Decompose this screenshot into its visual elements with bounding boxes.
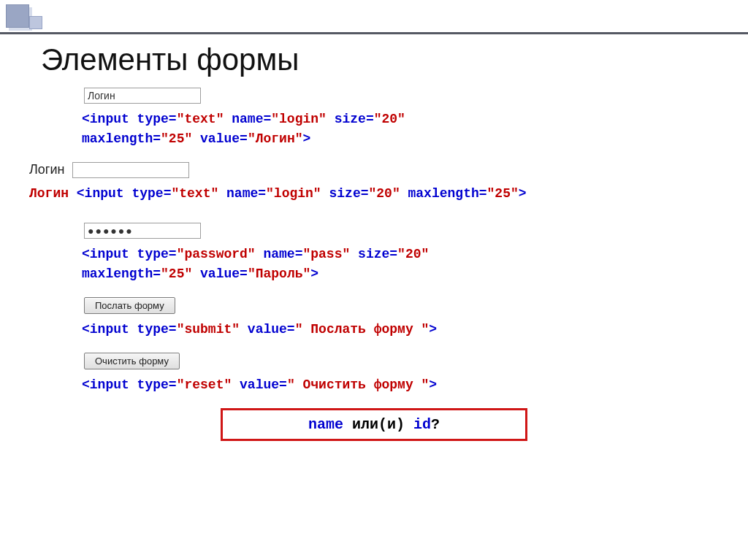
decoration-rule: [0, 32, 748, 34]
decoration-square-large: [6, 4, 29, 28]
question-box: name или(и) id?: [221, 408, 527, 441]
submit-button-sample: Послать форму: [84, 297, 175, 314]
code-input-reset: <input type="reset" value=" Очистить фор…: [82, 375, 733, 395]
code-input-text-labeled: Логин <input type="text" name="login" si…: [29, 184, 733, 204]
login-input-sample: Логин: [84, 88, 201, 104]
code-input-password: <input type="password" name="pass" size=…: [82, 245, 733, 284]
code-input-text: <input type="text" name="login" size="20…: [82, 110, 733, 149]
reset-button-sample: Очистить форму: [84, 353, 180, 369]
password-input-sample: ●●●●●●: [84, 223, 201, 239]
code-input-submit: <input type="submit" value=" Послать фор…: [82, 320, 733, 340]
login-input-empty: [72, 162, 189, 178]
decoration-square-small: [29, 16, 42, 29]
login-label: Логин: [29, 162, 64, 177]
slide-title: Элементы формы: [41, 42, 299, 77]
